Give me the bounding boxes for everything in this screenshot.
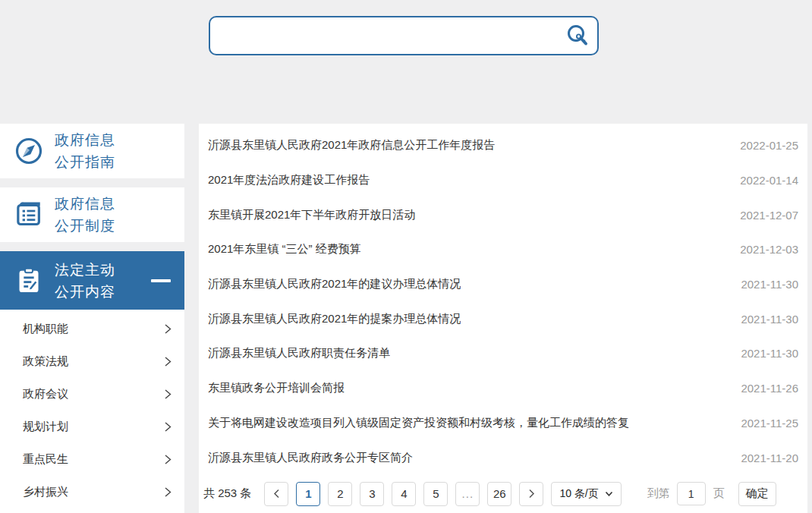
page-ellipsis[interactable]: ...: [455, 482, 480, 506]
search-icon: [565, 23, 590, 49]
submenu-label: 政策法规: [23, 354, 68, 369]
submenu-item-plans[interactable]: 规划计划: [0, 411, 184, 443]
goto-page-prefix: 到第: [647, 486, 670, 501]
article-title: 沂源县东里镇人民政府政务公开专区简介: [208, 451, 413, 465]
clipboard-pen-icon: [14, 266, 44, 296]
article-title: 沂源县东里镇人民政府2021年政府信息公开工作年度报告: [208, 138, 495, 153]
list-item[interactable]: 东里镇政务公开培训会简报 2021-11-26: [199, 371, 807, 406]
list-item[interactable]: 沂源县东里镇人民政府政务公开专区简介 2021-11-20: [199, 440, 807, 475]
list-item[interactable]: 东里镇开展2021年下半年政府开放日活动 2021-12-07: [199, 197, 807, 232]
article-date: 2021-11-20: [741, 452, 798, 464]
page-button-4[interactable]: 4: [392, 482, 416, 506]
article-title: 2021年东里镇 “三公” 经费预算: [208, 242, 361, 256]
page-button-1[interactable]: 1: [296, 482, 320, 506]
goto-page-suffix: 页: [713, 486, 725, 501]
chevron-down-icon: [605, 491, 613, 497]
submenu-label: 规划计划: [23, 420, 68, 434]
pagination: 共 253 条 1 2 3 4 5 ... 26 10 条/页 到第 页 确定: [199, 475, 807, 513]
article-date: 2022-01-25: [740, 139, 798, 152]
sidebar-item-disclosure-system[interactable]: 政府信息 公开制度: [0, 187, 184, 242]
article-title: 2021年度法治政府建设工作报告: [208, 173, 370, 187]
search-bar: [209, 16, 599, 55]
submenu-item-livelihood[interactable]: 重点民生: [0, 443, 184, 476]
sidebar-submenu: 机构职能 政策法规 政府会议 规划计划 重点民生: [0, 310, 184, 513]
submenu-item-organization[interactable]: 机构职能: [0, 313, 184, 345]
article-title: 关于将电网建设改造项目列入镇级固定资产投资额和村级考核，量化工作成绩的答复: [208, 416, 629, 430]
list-item[interactable]: 沂源县东里镇人民政府2021年的提案办理总体情况 2021-11-30: [199, 301, 807, 336]
article-date: 2021-12-03: [740, 243, 798, 256]
article-title: 沂源县东里镇人民政府2021年的提案办理总体情况: [208, 312, 461, 326]
sidebar-item-label: 公开指南: [55, 154, 115, 170]
list-item[interactable]: 2021年东里镇 “三公” 经费预算 2021-12-03: [199, 232, 807, 267]
page-size-label: 10 条/页: [559, 487, 598, 501]
list-item[interactable]: 沂源县东里镇人民政府2021年政府信息公开工作年度报告 2022-01-25: [199, 128, 807, 163]
collapse-icon[interactable]: [151, 279, 171, 282]
chevron-right-icon: [164, 389, 172, 400]
submenu-item-meetings[interactable]: 政府会议: [0, 378, 184, 411]
chevron-right-icon: [164, 323, 172, 335]
page-button-5[interactable]: 5: [423, 482, 448, 506]
article-date: 2021-11-26: [741, 382, 798, 395]
confirm-button[interactable]: 确定: [738, 482, 776, 506]
submenu-item-policies[interactable]: 政策法规: [0, 345, 184, 378]
submenu-label: 政府会议: [23, 387, 68, 401]
goto-page-input[interactable]: [677, 482, 706, 505]
submenu-label: 机构职能: [23, 322, 68, 336]
rules-icon: [14, 200, 44, 230]
article-date: 2021-11-30: [741, 278, 798, 291]
list-item[interactable]: 关于将电网建设改造项目列入镇级固定资产投资额和村级考核，量化工作成绩的答复 20…: [199, 406, 807, 441]
submenu-label: 重点民生: [23, 452, 68, 467]
article-date: 2022-01-14: [740, 174, 798, 187]
chevron-right-icon: [164, 486, 172, 498]
chevron-right-icon: [164, 454, 172, 465]
list-item[interactable]: 沂源县东里镇人民政府2021年的建议办理总体情况 2021-11-30: [199, 267, 807, 302]
page-size-select[interactable]: 10 条/页: [551, 482, 621, 506]
chevron-right-icon: [164, 421, 172, 433]
list-item[interactable]: 2021年度法治政府建设工作报告 2022-01-14: [199, 163, 807, 198]
article-title: 东里镇开展2021年下半年政府开放日活动: [208, 208, 415, 222]
article-date: 2021-11-25: [741, 417, 798, 430]
search-input[interactable]: [210, 17, 561, 54]
page-button-3[interactable]: 3: [360, 482, 384, 506]
sidebar-item-label: 法定主动: [55, 262, 115, 278]
sidebar-item-label: 政府信息: [55, 196, 115, 212]
sidebar-item-label: 公开制度: [55, 218, 115, 234]
chevron-right-icon: [164, 356, 172, 367]
article-list-panel: 沂源县东里镇人民政府2021年政府信息公开工作年度报告 2022-01-25 2…: [199, 124, 807, 513]
chevron-left-icon: [273, 489, 280, 499]
article-date: 2021-11-30: [741, 313, 798, 326]
page-button-2[interactable]: 2: [328, 482, 352, 506]
pagination-total: 共 253 条: [203, 486, 251, 501]
prev-page-button[interactable]: [264, 482, 288, 506]
article-date: 2021-11-30: [741, 347, 798, 360]
chevron-right-icon: [528, 489, 535, 499]
search-button[interactable]: [561, 19, 594, 52]
article-title: 沂源县东里镇人民政府职责任务清单: [208, 346, 390, 360]
sidebar-item-label: 公开内容: [55, 284, 115, 300]
list-item[interactable]: 沂源县东里镇人民政府职责任务清单 2021-11-30: [199, 336, 807, 371]
article-title: 沂源县东里镇人民政府2021年的建议办理总体情况: [208, 277, 461, 291]
article-date: 2021-12-07: [740, 209, 798, 222]
article-title: 东里镇政务公开培训会简报: [208, 381, 345, 395]
page-button-26[interactable]: 26: [487, 482, 511, 506]
sidebar-item-statutory-disclosure[interactable]: 法定主动 公开内容: [0, 251, 184, 310]
sidebar: 政府信息 公开指南 政府信息 公开制度: [0, 124, 184, 513]
article-list: 沂源县东里镇人民政府2021年政府信息公开工作年度报告 2022-01-25 2…: [199, 124, 807, 475]
sidebar-item-label: 政府信息: [55, 132, 115, 148]
compass-icon: [14, 136, 44, 166]
sidebar-item-disclosure-guide[interactable]: 政府信息 公开指南: [0, 124, 184, 178]
next-page-button[interactable]: [519, 482, 543, 506]
submenu-label: 乡村振兴: [23, 485, 68, 499]
submenu-item-rural-revitalization[interactable]: 乡村振兴: [0, 476, 184, 508]
